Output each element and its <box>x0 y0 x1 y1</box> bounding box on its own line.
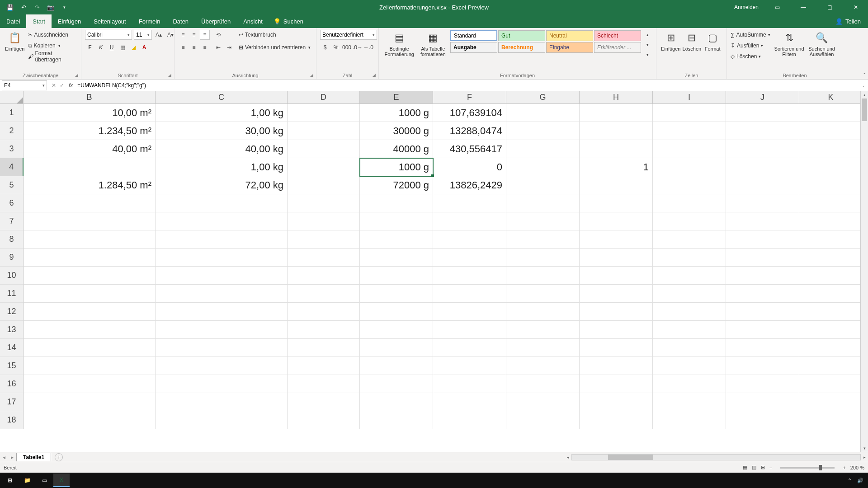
maximize-icon[interactable]: ▢ <box>822 2 837 13</box>
excel-taskbar-icon[interactable]: X <box>53 474 70 487</box>
cell-K6[interactable] <box>799 194 863 212</box>
cell-G17[interactable] <box>506 393 580 411</box>
cell-K16[interactable] <box>799 375 863 393</box>
font-name-dropdown[interactable]: Calibri▾ <box>85 30 132 40</box>
cell-K5[interactable] <box>799 176 863 194</box>
column-header-C[interactable]: C <box>156 91 288 103</box>
decrease-decimal-icon[interactable]: ←.0 <box>363 42 373 52</box>
zoom-out-icon[interactable]: − <box>769 465 772 470</box>
cell-I13[interactable] <box>653 321 726 339</box>
cell-G3[interactable] <box>506 140 580 158</box>
cell-K1[interactable] <box>799 104 863 122</box>
style-scroll-up-icon[interactable]: ▴ <box>642 30 652 40</box>
column-header-F[interactable]: F <box>433 91 506 103</box>
cell-I7[interactable] <box>653 212 726 230</box>
cell-E9[interactable] <box>360 249 433 267</box>
cell-J12[interactable] <box>726 303 799 321</box>
hscroll-left-icon[interactable]: ◂ <box>564 455 571 460</box>
cell-G2[interactable] <box>506 122 580 140</box>
cell-C18[interactable] <box>156 411 288 429</box>
orientation-icon[interactable]: ⟲ <box>213 30 223 40</box>
cell-G6[interactable] <box>506 194 580 212</box>
cell-H6[interactable] <box>580 194 653 212</box>
hscroll-right-icon[interactable]: ▸ <box>861 455 868 460</box>
cell-J5[interactable] <box>726 176 799 194</box>
sheet-tab-active[interactable]: Tabelle1 <box>16 453 51 461</box>
minimize-icon[interactable]: — <box>796 2 811 13</box>
format-cells-button[interactable]: ▢Format <box>702 30 723 52</box>
cell-J17[interactable] <box>726 393 799 411</box>
style-output[interactable]: Ausgabe <box>450 42 497 53</box>
cell-F1[interactable]: 107,639104 <box>433 104 506 122</box>
cell-I5[interactable] <box>653 176 726 194</box>
cell-K2[interactable] <box>799 122 863 140</box>
number-format-dropdown[interactable]: Benutzerdefiniert▾ <box>320 30 377 40</box>
tab-insert[interactable]: Einfügen <box>52 14 87 28</box>
column-header-K[interactable]: K <box>799 91 863 103</box>
row-header-16[interactable]: 16 <box>0 375 24 393</box>
add-sheet-button[interactable]: + <box>55 453 63 461</box>
zoom-in-icon[interactable]: + <box>843 465 845 470</box>
cell-H17[interactable] <box>580 393 653 411</box>
cut-button[interactable]: ✂Ausschneiden <box>28 30 77 40</box>
scroll-up-icon[interactable]: ▴ <box>861 91 868 99</box>
cell-G1[interactable] <box>506 104 580 122</box>
row-header-12[interactable]: 12 <box>0 303 24 321</box>
cell-H16[interactable] <box>580 375 653 393</box>
tab-formulas[interactable]: Formeln <box>132 14 167 28</box>
style-input[interactable]: Eingabe <box>546 42 593 53</box>
copy-button[interactable]: ⧉Kopieren▾ <box>28 41 77 51</box>
cell-D17[interactable] <box>288 393 360 411</box>
cell-J11[interactable] <box>726 285 799 303</box>
style-explain[interactable]: Erklärender ... <box>594 42 641 53</box>
cell-D11[interactable] <box>288 285 360 303</box>
cell-F2[interactable]: 13288,0474 <box>433 122 506 140</box>
cell-D18[interactable] <box>288 411 360 429</box>
collapse-ribbon-icon[interactable]: ⌃ <box>863 72 866 77</box>
cell-J10[interactable] <box>726 267 799 285</box>
cell-B17[interactable] <box>24 393 156 411</box>
cell-K11[interactable] <box>799 285 863 303</box>
autosum-button[interactable]: ∑AutoSumme▾ <box>731 30 770 40</box>
cell-K15[interactable] <box>799 357 863 375</box>
cell-C15[interactable] <box>156 357 288 375</box>
cell-C12[interactable] <box>156 303 288 321</box>
cell-I3[interactable] <box>653 140 726 158</box>
row-header-10[interactable]: 10 <box>0 267 24 285</box>
align-top-icon[interactable]: ≡ <box>178 30 188 40</box>
cell-F14[interactable] <box>433 339 506 357</box>
row-header-15[interactable]: 15 <box>0 357 24 375</box>
cell-H14[interactable] <box>580 339 653 357</box>
cell-E5[interactable]: 72000 g <box>360 176 433 194</box>
row-header-9[interactable]: 9 <box>0 249 24 267</box>
cell-J8[interactable] <box>726 230 799 249</box>
cell-D2[interactable] <box>288 122 360 140</box>
cell-K8[interactable] <box>799 230 863 249</box>
cell-H10[interactable] <box>580 267 653 285</box>
cell-F12[interactable] <box>433 303 506 321</box>
cell-I2[interactable] <box>653 122 726 140</box>
cell-E11[interactable] <box>360 285 433 303</box>
cell-C17[interactable] <box>156 393 288 411</box>
cell-C6[interactable] <box>156 194 288 212</box>
fill-button[interactable]: ↧Ausfüllen▾ <box>731 41 770 51</box>
cell-B9[interactable] <box>24 249 156 267</box>
cell-J13[interactable] <box>726 321 799 339</box>
signin-link[interactable]: Anmelden <box>734 4 759 10</box>
cell-F16[interactable] <box>433 375 506 393</box>
cell-D13[interactable] <box>288 321 360 339</box>
cell-G13[interactable] <box>506 321 580 339</box>
format-painter-button[interactable]: 🖌Format übertragen <box>28 52 77 61</box>
fx-icon[interactable]: fx <box>69 82 73 89</box>
normal-view-icon[interactable]: ▦ <box>743 465 747 470</box>
cell-D9[interactable] <box>288 249 360 267</box>
merge-center-button[interactable]: ⊞Verbinden und zentrieren▾ <box>239 42 311 52</box>
cell-B2[interactable]: 1.234,50 m² <box>24 122 156 140</box>
cell-I11[interactable] <box>653 285 726 303</box>
cell-I12[interactable] <box>653 303 726 321</box>
horizontal-scrollbar[interactable]: ◂ ▸ <box>564 452 868 462</box>
cell-E1[interactable]: 1000 g <box>360 104 433 122</box>
clipboard-launcher-icon[interactable]: ◢ <box>75 73 78 77</box>
font-launcher-icon[interactable]: ◢ <box>168 73 171 77</box>
cell-I16[interactable] <box>653 375 726 393</box>
